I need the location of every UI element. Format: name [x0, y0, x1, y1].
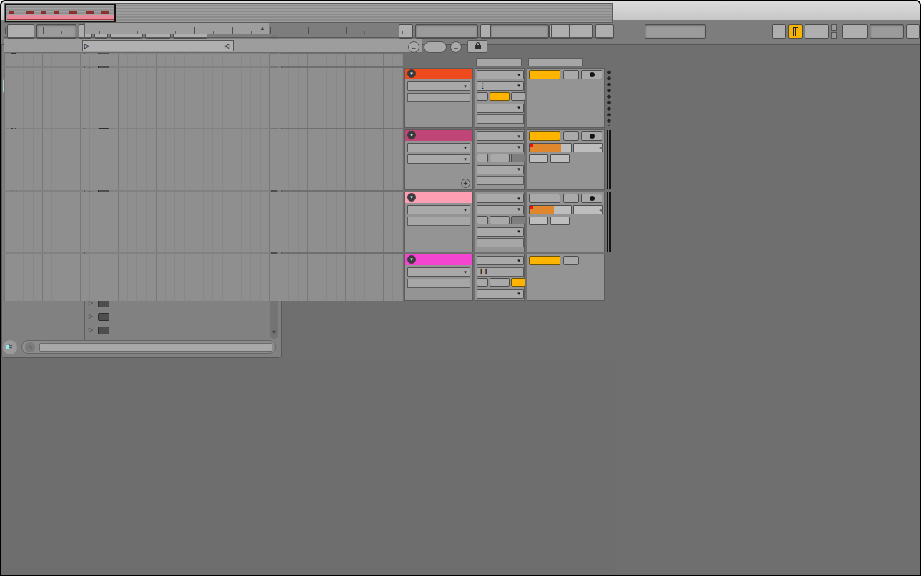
io-routing-chooser[interactable]: ▼: [477, 256, 524, 265]
computer-midi-keyboard-button[interactable]: [788, 24, 803, 39]
io-routing-chooser[interactable]: ▼: [477, 227, 524, 237]
monitor-off-button[interactable]: [511, 92, 525, 101]
ruler-tick: [384, 27, 384, 34]
loop-brace[interactable]: ▷◁: [82, 40, 234, 51]
track-number-box[interactable]: [529, 194, 560, 203]
clip-indicator[interactable]: [530, 144, 533, 147]
arm-button[interactable]: [581, 70, 602, 79]
track-number-box[interactable]: [529, 256, 560, 265]
monitor-off-button[interactable]: [511, 278, 525, 287]
headphone-icon[interactable]: ∩: [25, 342, 35, 352]
arm-button[interactable]: [581, 256, 602, 265]
solo-button[interactable]: [563, 131, 579, 141]
arm-button[interactable]: [581, 131, 602, 141]
clip-indicator[interactable]: [530, 206, 533, 209]
expander-icon[interactable]: ▷: [89, 313, 93, 319]
overview-selection[interactable]: [5, 4, 116, 22]
ruler-subtick: [99, 31, 100, 34]
follow-button[interactable]: [399, 24, 413, 39]
ruler-subtick: [137, 31, 138, 34]
track-lane-4-audio[interactable]: [4, 192, 403, 252]
io-routing-chooser[interactable]: [477, 114, 524, 124]
track-lane-3-audio[interactable]: [4, 129, 403, 190]
monitor-in-button[interactable]: [477, 92, 488, 101]
track-device-chooser[interactable]: ▼: [407, 81, 470, 91]
io-routing-chooser[interactable]: ▼: [477, 70, 524, 79]
ruler-tick: [270, 27, 271, 34]
io-routing-chooser[interactable]: ▼: [477, 205, 524, 214]
list-item[interactable]: ▷: [85, 324, 269, 337]
value-box[interactable]: [529, 205, 572, 214]
overview-mini-clips: [6, 5, 114, 21]
add-automation-lane-button[interactable]: +: [461, 179, 470, 188]
track-device-chooser[interactable]: ▼: [407, 267, 470, 277]
track-header-2-midi[interactable]: ▼▼: [404, 68, 473, 128]
io-routing-chooser[interactable]: ⋮▼: [477, 81, 524, 91]
preview-volume-slider[interactable]: [39, 343, 272, 352]
track-mixer-5-audio: [527, 254, 605, 301]
io-routing-chooser[interactable]: ❙❙: [477, 267, 524, 277]
track-number-box[interactable]: [529, 131, 560, 141]
io-routing-chooser[interactable]: [477, 238, 524, 247]
track-device-chooser[interactable]: ▼: [407, 154, 470, 164]
track-mixer-2-midi: [527, 68, 605, 128]
midi-map-button[interactable]: [842, 24, 868, 39]
solo-button[interactable]: [563, 194, 579, 203]
monitor-auto-button[interactable]: [490, 278, 510, 287]
sort-arrow-icon[interactable]: ▲: [259, 25, 265, 31]
draw-mode-button[interactable]: [772, 24, 786, 39]
loop-button[interactable]: [572, 24, 593, 39]
punch-in-button[interactable]: [551, 24, 570, 39]
monitor-auto-button[interactable]: [490, 216, 510, 224]
value-box[interactable]: [529, 143, 572, 152]
io-routing-chooser[interactable]: ▼: [477, 143, 524, 152]
track-fold-button[interactable]: ▼: [407, 131, 416, 139]
set-locator-button[interactable]: [424, 41, 447, 53]
track-device-chooser[interactable]: ▼: [407, 205, 470, 214]
loop-end-marker: ◁: [224, 42, 229, 49]
track-fold-button[interactable]: ▼: [407, 255, 416, 264]
io-routing-chooser[interactable]: ▼: [477, 104, 524, 113]
meter-box: [550, 217, 570, 225]
track-header-5-audio[interactable]: ▼▼: [404, 254, 473, 301]
midi-in-indicator[interactable]: [831, 24, 837, 39]
loop-next-button[interactable]: →: [450, 41, 462, 53]
track-header-4-audio[interactable]: ▼▼: [404, 192, 473, 252]
track-device-chooser[interactable]: [407, 279, 470, 288]
punch-out-button[interactable]: [595, 24, 614, 39]
monitor-off-button[interactable]: [511, 216, 525, 224]
scroll-down-icon[interactable]: ▼: [271, 329, 277, 336]
track-number-box[interactable]: [529, 70, 560, 79]
hot-swap-wave-icon[interactable]: ≈: [3, 340, 17, 354]
track-fold-button[interactable]: ▼: [407, 193, 416, 202]
arm-button[interactable]: [581, 194, 602, 203]
key-map-button[interactable]: [805, 24, 829, 39]
io-routing-chooser[interactable]: ▼: [477, 165, 524, 174]
loop-prev-button[interactable]: ←: [408, 41, 419, 53]
disk-overload-indicator[interactable]: [906, 24, 920, 39]
io-routing-chooser[interactable]: ▼: [477, 289, 524, 299]
io-routing-chooser[interactable]: [477, 176, 524, 185]
track-fold-button[interactable]: ▼: [407, 69, 416, 78]
ruler-subtick: [289, 31, 289, 34]
list-item[interactable]: ▷: [85, 310, 269, 324]
solo-button[interactable]: [563, 70, 579, 79]
io-routing-chooser[interactable]: ▼: [477, 131, 524, 141]
track-header-3-audio[interactable]: ▼▼▼+: [404, 129, 473, 190]
track-device-chooser[interactable]: ▼: [407, 143, 470, 152]
track-device-chooser[interactable]: [407, 93, 470, 102]
monitor-in-button[interactable]: [477, 278, 488, 287]
monitor-in-button[interactable]: [477, 216, 488, 224]
track-lane-5-audio[interactable]: [4, 254, 403, 301]
monitor-auto-button[interactable]: [490, 154, 510, 162]
track-device-chooser[interactable]: [407, 217, 470, 226]
monitor-off-button[interactable]: [511, 154, 525, 162]
expander-icon[interactable]: ▷: [89, 327, 93, 333]
track-lane-2-midi[interactable]: [4, 68, 403, 128]
monitor-in-button[interactable]: [477, 154, 488, 162]
solo-button[interactable]: [563, 256, 579, 265]
lock-envelopes-button[interactable]: [467, 40, 487, 53]
ruler-subtick: [61, 31, 62, 34]
io-routing-chooser[interactable]: ▼: [477, 194, 524, 203]
monitor-auto-button[interactable]: [490, 92, 510, 101]
